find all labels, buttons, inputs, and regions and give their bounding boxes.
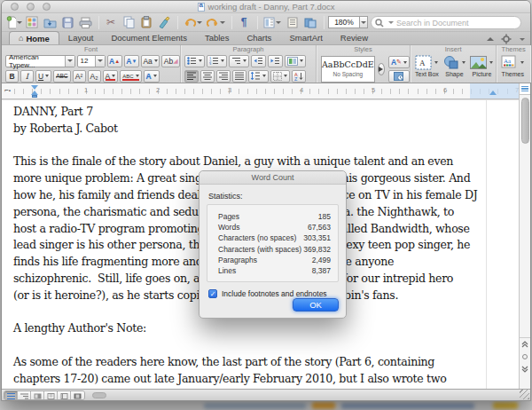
superscript-button[interactable]: A² bbox=[73, 70, 86, 83]
sort-button[interactable]: AZ bbox=[292, 70, 306, 83]
shrink-font-button[interactable]: A▼ bbox=[124, 55, 139, 67]
font-size-combo[interactable]: 12 bbox=[77, 55, 106, 67]
subscript-button[interactable]: A₂ bbox=[88, 70, 101, 83]
copy-button[interactable] bbox=[121, 15, 137, 30]
show-notes-button[interactable] bbox=[285, 15, 301, 30]
vertical-scrollbar[interactable] bbox=[519, 83, 530, 389]
strikethrough-button[interactable]: ABC bbox=[53, 70, 70, 83]
align-center-button[interactable] bbox=[200, 70, 215, 83]
vertical-scrollbar-thumb[interactable] bbox=[521, 98, 529, 144]
themes-group: Themes Aa Themes bbox=[497, 45, 530, 83]
tab-layout[interactable]: Layout bbox=[59, 31, 103, 44]
font-size-dropdown-icon[interactable] bbox=[95, 56, 105, 67]
print-layout-view-button[interactable] bbox=[44, 391, 58, 400]
line-spacing-button[interactable] bbox=[248, 70, 269, 83]
manage-styles-button[interactable] bbox=[388, 70, 410, 83]
stat-label: Characters (with spaces) bbox=[218, 244, 301, 255]
tab-document-elements[interactable]: Document Elements bbox=[102, 31, 196, 44]
justify-button[interactable] bbox=[232, 70, 246, 83]
ok-button[interactable]: OK bbox=[293, 298, 339, 311]
clear-formatting-button[interactable]: Ab◢ bbox=[161, 55, 180, 67]
focus-view-button[interactable] bbox=[71, 391, 84, 400]
increase-indent-button[interactable] bbox=[268, 55, 283, 67]
decrease-indent-button[interactable] bbox=[251, 55, 266, 67]
align-left-button[interactable] bbox=[184, 70, 199, 83]
redo-button[interactable] bbox=[205, 15, 226, 30]
outline-view-button[interactable] bbox=[18, 391, 31, 400]
grow-font-button[interactable]: A▲ bbox=[107, 55, 122, 67]
font-name-combo[interactable]: American Typew... bbox=[5, 55, 75, 67]
toggle-ruler-button[interactable] bbox=[520, 83, 530, 95]
text-effects-button[interactable]: A bbox=[144, 70, 160, 83]
ribbon-settings-gear-icon[interactable] bbox=[501, 34, 512, 44]
bold-button[interactable]: B bbox=[5, 70, 19, 83]
notebook-layout-view-button[interactable] bbox=[58, 391, 71, 400]
dialog-title[interactable]: Word Count bbox=[200, 171, 346, 185]
paste-button[interactable] bbox=[138, 15, 154, 30]
show-formatting-marks-button[interactable]: ¶ bbox=[236, 15, 252, 30]
titlebar[interactable]: working draft - Danny, Part 7.docx bbox=[2, 1, 530, 13]
style-preview-box[interactable]: AaBbCcDdE No Spacing bbox=[321, 56, 375, 83]
ruler[interactable]: 1234567 ⌐▪ bbox=[2, 83, 519, 99]
text-boundary-line bbox=[486, 100, 487, 389]
open-button[interactable] bbox=[42, 15, 58, 30]
cut-button[interactable]: ✂ bbox=[103, 15, 119, 30]
tab-tables[interactable]: Tables bbox=[196, 31, 238, 44]
gear-dropdown-icon[interactable] bbox=[520, 38, 525, 41]
document-line bbox=[13, 337, 477, 354]
tab-review[interactable]: Review bbox=[332, 31, 377, 44]
borders-button[interactable] bbox=[270, 70, 290, 83]
zoom-dropdown-button[interactable] bbox=[360, 16, 368, 28]
styles-group-label: Styles bbox=[317, 45, 410, 53]
italic-button[interactable]: I bbox=[20, 70, 34, 83]
underline-button[interactable]: U bbox=[35, 70, 51, 83]
columns-button[interactable] bbox=[262, 15, 283, 30]
insert-text-box-button[interactable]: A Text Box bbox=[413, 55, 441, 77]
new-document-button[interactable] bbox=[6, 15, 22, 30]
publishing-layout-view-button[interactable] bbox=[31, 391, 44, 400]
undo-button[interactable] bbox=[182, 15, 203, 30]
left-indent-marker[interactable] bbox=[32, 95, 37, 98]
template-gallery-button[interactable] bbox=[24, 15, 40, 30]
window-title: working draft - Danny, Part 7.docx bbox=[2, 2, 530, 12]
bullets-button[interactable] bbox=[184, 55, 205, 67]
format-painter-button[interactable] bbox=[156, 15, 172, 30]
draft-view-button[interactable] bbox=[4, 391, 18, 400]
save-button[interactable] bbox=[59, 15, 75, 30]
themes-button[interactable]: Aa Themes bbox=[497, 54, 528, 77]
styles-pane-button[interactable]: A✎ bbox=[388, 56, 410, 68]
browse-previous-button[interactable] bbox=[520, 338, 530, 351]
include-footnotes-checkbox[interactable]: ✓ bbox=[208, 289, 217, 298]
collapse-ribbon-icon[interactable] bbox=[487, 37, 494, 41]
align-right-button[interactable] bbox=[216, 70, 231, 83]
print-preview-button[interactable] bbox=[302, 15, 318, 30]
zoom-level-field[interactable]: 180% bbox=[328, 16, 360, 28]
search-icon[interactable] bbox=[375, 19, 386, 28]
window-resize-grip[interactable] bbox=[520, 390, 529, 399]
highlight-button[interactable]: ABC bbox=[120, 70, 141, 83]
first-line-indent-marker[interactable] bbox=[31, 85, 38, 90]
change-case-button[interactable]: Aa bbox=[141, 55, 160, 67]
select-browse-object-button[interactable] bbox=[520, 351, 530, 363]
insert-picture-button[interactable]: Picture bbox=[468, 55, 496, 77]
search-scope-dropdown-icon[interactable] bbox=[388, 21, 394, 24]
horizontal-scrollbar-thumb[interactable] bbox=[92, 392, 106, 398]
tab-home[interactable]: ⌂Home bbox=[9, 31, 59, 44]
font-name-dropdown-icon[interactable] bbox=[65, 56, 74, 67]
insert-group: Insert A Text Box Shape Picture bbox=[411, 45, 497, 83]
right-indent-marker[interactable] bbox=[489, 91, 497, 95]
text-direction-button[interactable] bbox=[285, 55, 306, 67]
search-field[interactable] bbox=[371, 16, 521, 29]
tab-smartart[interactable]: SmartArt bbox=[280, 31, 331, 44]
browse-next-button[interactable] bbox=[520, 363, 530, 375]
insert-shape-button[interactable]: Shape bbox=[441, 55, 468, 77]
font-color-button[interactable]: A bbox=[103, 70, 119, 83]
styles-gallery-expand-button[interactable] bbox=[378, 63, 385, 75]
tab-stop-selector[interactable]: ⌐▪ bbox=[4, 86, 11, 94]
numbering-button[interactable]: 123 bbox=[207, 55, 227, 67]
print-button[interactable] bbox=[77, 15, 93, 30]
status-bar bbox=[2, 389, 530, 400]
search-input[interactable] bbox=[396, 19, 517, 28]
tab-charts[interactable]: Charts bbox=[238, 31, 280, 44]
multilevel-list-button[interactable] bbox=[229, 55, 249, 67]
